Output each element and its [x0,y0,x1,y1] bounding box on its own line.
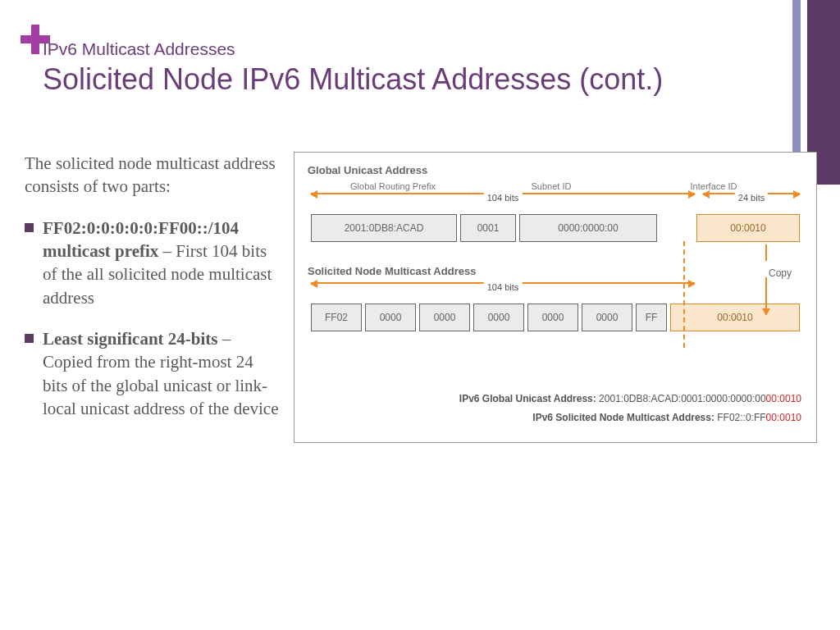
diagram-panel: Global Unicast Address Global Routing Pr… [294,152,817,443]
range-24: 24 bits [703,193,800,194]
intro-text: The solicited node multicast address con… [25,152,279,199]
slide-header: IPv6 Multicast Addresses Solicited Node … [43,39,758,97]
section-title-gua: Global Unicast Address [308,164,803,176]
range-24-label: 24 bits [735,193,768,203]
footer-val: FF02::0:FF [717,412,765,423]
copy-arrow [765,244,767,261]
range-104-sn-label: 104 bits [484,282,523,292]
bullet-item: Least significant 24-bits – Copied from … [25,327,279,420]
bullet-bold: Least significant 24-bits [43,329,218,349]
sn-blocks: FF02 0000 0000 0000 0000 0000 FF 00:0010 [311,304,800,331]
sn-block: 0000 [473,304,524,331]
range-row-sn: 104 bits [311,282,800,300]
footer-val: 2001:0DB8:ACAD:0001:0000:0000:00 [599,393,766,404]
pre-title: IPv6 Multicast Addresses [43,39,758,59]
sn-block-last24: 00:0010 [670,304,800,331]
sn-block: 0000 [365,304,416,331]
range-104-label: 104 bits [484,193,523,203]
sn-block: 0000 [527,304,578,331]
sn-block: 0000 [582,304,632,331]
bullet-item: FF02:0:0:0:0:0:FF00::/104 multicast pref… [25,217,279,309]
main-title: Solicited Node IPv6 Multicast Addresses … [43,62,758,97]
gua-block: 0001 [460,214,516,242]
label-iface: Interface ID [644,181,783,191]
footer-red: 00:0010 [766,412,801,423]
footer-label: IPv6 Solicited Node Multicast Address: [532,412,717,423]
body-area: The solicited node multicast address con… [25,152,817,443]
text-column: The solicited node multicast address con… [25,152,279,443]
section-title-sn: Solicited Node Multicast Address [308,265,803,277]
sn-block: FF02 [311,304,362,331]
gap [660,214,693,242]
label-grp: Global Routing Prefix [327,181,459,191]
gua-blocks: 2001:0DB8:ACAD 0001 0000:0000:00 00:0010 [311,214,800,242]
gua-block-last24: 00:0010 [696,214,800,242]
sub-labels: Global Routing Prefix Subnet ID Interfac… [327,181,783,191]
gua-block: 0000:0000:00 [519,214,657,242]
range-104-sn: 104 bits [311,282,695,284]
range-row-gua: 104 bits 24 bits [311,193,800,211]
copy-label: Copy [769,267,792,279]
gua-block: 2001:0DB8:ACAD [311,214,457,242]
footer-line-gua: IPv6 Global Unicast Address: 2001:0DB8:A… [459,390,801,409]
footer-red: 00:0010 [766,393,801,404]
footer-line-sn: IPv6 Solicited Node Multicast Address: F… [459,409,801,427]
bullet-list: FF02:0:0:0:0:0:FF00::/104 multicast pref… [25,217,279,421]
diagram-footer: IPv6 Global Unicast Address: 2001:0DB8:A… [459,390,801,427]
sn-block: FF [636,304,667,331]
sn-block: 0000 [419,304,470,331]
range-104: 104 bits [311,193,695,194]
label-subnet: Subnet ID [514,181,588,191]
footer-label: IPv6 Global Unicast Address: [459,393,599,404]
